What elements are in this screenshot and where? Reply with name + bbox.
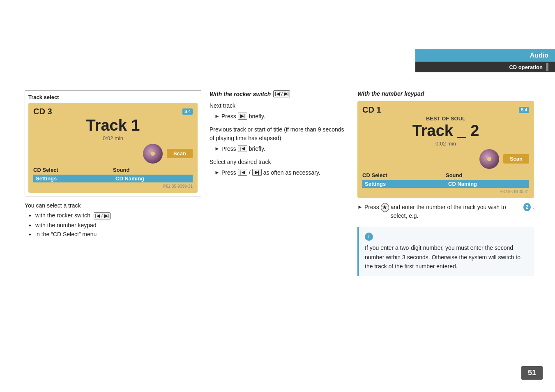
can-select-text: You can select a track [25,202,201,209]
bullet-list: with the rocker switch |◀ / ▶| with the … [25,212,201,238]
cd-track-name-left: Track 1 [33,117,193,134]
cd-disc-area-right: Scan [362,149,529,169]
cd-disc-right [479,149,499,169]
press-number-line: ► Press ★ and enter the number of the tr… [357,203,534,220]
track-select-label: Track select [28,94,198,100]
bullet-item-rocker: with the rocker switch |◀ / ▶| [29,212,201,219]
next-track-press-line: ► Press ▶| briefly. [214,113,349,120]
next-briefly-text: briefly. [249,113,265,120]
with-numpad-title: With the number keypad [357,90,534,97]
select-arrow-icon: ► [214,169,220,175]
cd-badge-left: S 4 [182,108,193,115]
example-number-badge: 2 [523,203,531,211]
bullet-item-cdselect: in the “CD Select” menu [29,231,201,238]
cd-widget-header-right: CD 1 S 4 [362,105,529,115]
next-track-btn: ▶| [238,113,247,120]
cd-disc-left [143,144,163,164]
cd-time-left: 0:02 min [33,135,193,141]
cd-menu-cd-select-right: CD Select [362,171,446,179]
select-any-label: Select any desired track [210,158,349,166]
prev-track-label: Previous track or start of title (if mor… [210,125,349,143]
cd-widget-header-left: CD 3 S 4 [33,107,193,116]
cd-scan-btn-right[interactable]: Scan [503,154,529,164]
with-rocker-title: With the rocker switch |◀ / ▶| [210,90,349,97]
prev-track-press-line: ► Press |◀ briefly. [214,145,349,152]
rocker-switch-icon-bullet: |◀ / ▶| [94,212,111,219]
prev-press-text: Press [221,145,236,152]
cd-part-number-left: P82.85-9099-31 [33,184,193,189]
cd-widget-left: CD 3 S 4 Track 1 0:02 min Scan CD Select… [28,103,198,193]
cd-menu-naming-right[interactable]: CD Naming [446,180,529,188]
cd-menu-sound-left: Sound [113,166,193,174]
next-track-label: Next track [210,101,349,110]
next-arrow-icon: ► [214,113,220,119]
prev-arrow-icon: ► [214,145,220,152]
header-cd-bar: CD operation [415,62,555,72]
next-track-block: Next track ► Press ▶| briefly. [210,101,349,120]
header-cd-indicator [546,63,548,71]
cd-menu-settings-right[interactable]: Settings [362,180,446,188]
cd-disc-area-left: Scan [33,144,193,164]
select-any-press-line: ► Press |◀ / ▶| as often as necessary. [214,169,349,176]
track-select-section: Track select CD 3 S 4 Track 1 0:02 min S… [25,90,201,240]
select-btn2: ▶| [252,169,262,176]
info-box: i If you enter a two-digit number, you m… [357,227,534,276]
prev-track-btn: |◀ [238,145,247,152]
cd-bottom-menu-left: CD Select Sound Settings CD Naming [33,166,193,182]
cd-part-number-right: P82.85-9100-31 [362,189,529,194]
star-btn-icon: ★ [381,203,389,212]
cd-time-right: 0:02 min [362,141,529,147]
info-icon: i [365,233,373,241]
cd-menu-settings-left[interactable]: Settings [33,175,113,182]
right-section: With the number keypad CD 1 S 4 BEST OF … [357,90,534,276]
info-text: If you enter a two-digit number, you mus… [365,243,528,271]
press-period: . [532,203,534,212]
select-press-text: Press [221,169,236,176]
header-bar: Audio CD operation [415,49,555,72]
header-cd-label: CD operation [509,64,543,70]
prev-briefly-text: briefly. [249,145,265,152]
cd-menu-naming-left[interactable]: CD Naming [113,175,193,182]
page-number: 51 [521,366,543,380]
middle-section: With the rocker switch |◀ / ▶| Next trac… [210,90,349,182]
cd-menu-sound-right: Sound [446,171,529,179]
next-press-text: Press [221,113,236,120]
prev-track-block: Previous track or start of title (if mor… [210,125,349,152]
bullet-item-numpad: with the number keypad [29,222,201,228]
with-rocker-label: With the rocker switch [210,91,271,97]
cd-subtitle-right: BEST OF SOUL [362,115,529,122]
select-sep: / [249,169,251,176]
cd-track-name-right: Track _ 2 [362,122,529,140]
cd-widget-right: CD 1 S 4 BEST OF SOUL Track _ 2 0:02 min… [357,101,534,198]
press-line2-text: and enter the number of the track you wi… [391,203,522,220]
track-select-box: Track select CD 3 S 4 Track 1 0:02 min S… [25,90,201,196]
cd-scan-btn-left[interactable]: Scan [167,149,193,158]
select-btn1: |◀ [238,169,247,176]
select-any-block: Select any desired track ► Press |◀ / ▶|… [210,158,349,176]
cd-number-right: CD 1 [362,105,381,115]
header-audio-label: Audio [415,49,555,62]
cd-number-left: CD 3 [33,107,52,116]
cd-badge-right: S 4 [519,107,529,113]
cd-bottom-menu-right: CD Select Sound Settings CD Naming [362,171,529,188]
select-suffix: as often as necessary. [263,169,320,176]
press-line1-text: Press [364,203,379,212]
cd-menu-cd-select-left: CD Select [33,166,113,174]
press-arrow-icon: ► [357,203,363,211]
rocker-switch-title: |◀ / ▶| [273,90,290,97]
